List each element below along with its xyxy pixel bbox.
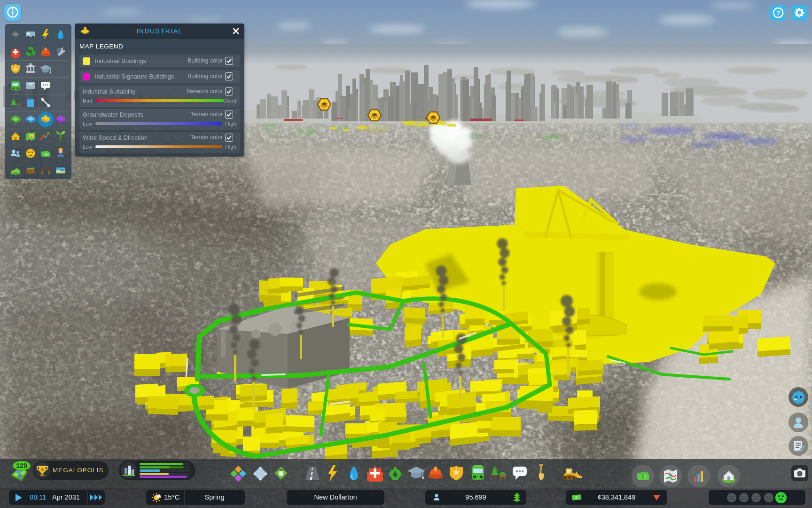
svg-text:?: ? (776, 9, 780, 16)
svg-text:129: 129 (16, 462, 27, 469)
svg-text:$: $ (31, 135, 33, 139)
